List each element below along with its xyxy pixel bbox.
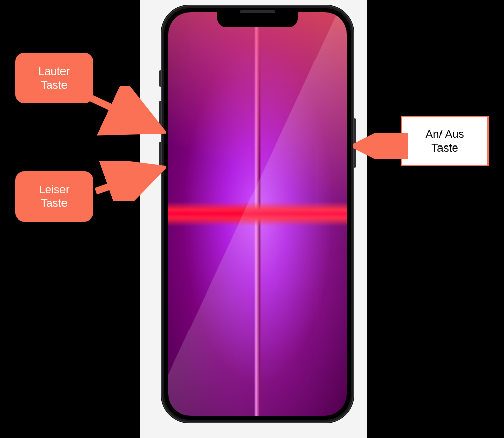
callout-power: An/ Aus Taste (401, 116, 489, 166)
speaker-grille (240, 10, 275, 13)
phone-notch (217, 12, 298, 27)
mute-switch (159, 70, 161, 87)
phone-screen (168, 12, 347, 416)
power-button (354, 118, 356, 168)
callout-volume-down: Leiser Taste (15, 171, 93, 222)
volume-up-button (159, 101, 161, 132)
volume-down-button (159, 142, 161, 173)
diagram-stage: Lauter Taste Leiser Taste An/ Aus Taste (0, 0, 504, 438)
phone-frame (161, 5, 354, 423)
callout-volume-up: Lauter Taste (15, 53, 93, 103)
